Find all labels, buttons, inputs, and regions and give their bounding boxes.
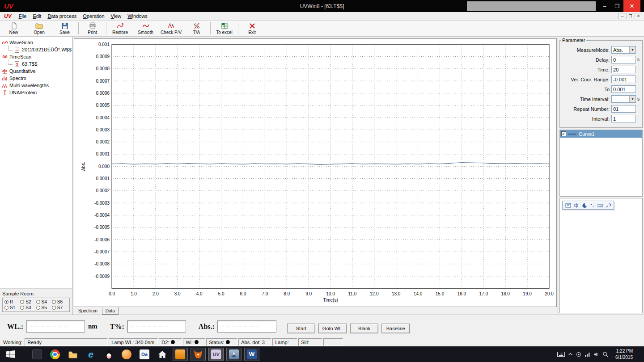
tray-badge-icon[interactable]: [576, 352, 581, 357]
ime-mode-icon[interactable]: [565, 202, 571, 208]
tab-data[interactable]: Data: [102, 307, 119, 315]
smooth-label: Smooth: [138, 30, 153, 35]
menu-item-file[interactable]: File: [16, 13, 30, 19]
exit-button[interactable]: Exit: [239, 21, 265, 36]
search-tray-icon[interactable]: [602, 351, 608, 357]
print-button[interactable]: Print: [80, 21, 105, 36]
taskbar-app-dark[interactable]: [30, 348, 45, 361]
restore-button[interactable]: ❐: [611, 0, 623, 12]
sample-radio-s3[interactable]: S3: [20, 305, 36, 310]
volume-icon[interactable]: [593, 352, 599, 357]
tree-item-multi-wavelengths[interactable]: Multi-wavelengths: [1, 82, 72, 89]
taskbar-clock[interactable]: 1:22 PM 6/1/2015: [611, 348, 637, 360]
fullwidth-icon[interactable]: [581, 202, 587, 208]
radio-label: S4: [42, 299, 47, 304]
restore-button[interactable]: Restore: [107, 21, 133, 36]
baseline-button[interactable]: Baseline: [381, 324, 410, 333]
tree-item-dna-protein[interactable]: DNA/Protein: [1, 89, 72, 96]
soft-keyboard-icon[interactable]: [597, 202, 603, 208]
svg-text:0.0: 0.0: [109, 291, 115, 296]
tree-item-quantitative[interactable]: Quantitative: [1, 67, 72, 75]
ver-coor-range-input[interactable]: -0.001: [611, 76, 636, 83]
sample-radio-s7[interactable]: S7: [52, 305, 68, 310]
check-p-v-button[interactable]: Check P/V: [158, 21, 184, 36]
tree-item-20120321-w[interactable]: 20120321ÐÈÜÕ°.W$$: [1, 46, 72, 53]
time-interval-select[interactable]: ▼: [611, 95, 636, 103]
curve-checkbox[interactable]: ✓: [561, 131, 566, 136]
hidden-icons-chevron[interactable]: [568, 352, 573, 356]
sample-radio-s4[interactable]: S4: [36, 299, 52, 304]
t-a-button[interactable]: T/A: [184, 21, 209, 36]
menu-item-data-process[interactable]: Data process: [44, 13, 80, 19]
start-button[interactable]: Start: [287, 324, 315, 333]
tray-icons: [557, 351, 608, 357]
network-icon[interactable]: [585, 352, 590, 357]
tree-item-wavescan[interactable]: WaveScan: [1, 39, 72, 46]
goto-wl-button[interactable]: Goto WL.: [318, 324, 347, 333]
minimize-button[interactable]: –: [598, 0, 611, 12]
menu-item-view[interactable]: View: [108, 13, 125, 19]
tree-item-timescan[interactable]: 0:0TimeScan: [1, 53, 72, 60]
taskbar-ball[interactable]: [119, 348, 134, 361]
sample-radio-s1[interactable]: S1: [4, 305, 20, 310]
taskbar-photos[interactable]: [226, 348, 242, 361]
blank-button[interactable]: Blank: [350, 324, 378, 333]
taskbar-qq[interactable]: [101, 348, 116, 361]
start-button[interactable]: [0, 346, 21, 362]
to-excel-button[interactable]: To excel: [212, 21, 237, 36]
chevron-down-icon[interactable]: ▼: [629, 96, 636, 102]
param-row-interval: Interval:1: [561, 115, 641, 122]
menu-item-windows[interactable]: Windows: [124, 13, 151, 19]
repeat-number-input[interactable]: 01: [611, 105, 636, 113]
menu-uv-icon[interactable]: UV: [0, 13, 16, 19]
delay-input[interactable]: 0: [611, 56, 636, 63]
save-button[interactable]: Save: [52, 21, 77, 36]
sample-radio-s5[interactable]: S5: [36, 305, 52, 310]
close-button[interactable]: ✕: [623, 0, 640, 12]
punctuation-icon[interactable]: [589, 202, 595, 208]
interval-input[interactable]: 1: [611, 115, 636, 122]
mdi-restore-button[interactable]: ❐: [627, 13, 634, 19]
curve-row[interactable]: ✓ Curve1: [560, 130, 642, 138]
chevron-down-icon[interactable]: ▼: [629, 46, 636, 53]
status-bar: Working: ReadyLamp WL: 340.0nmD2:Wi:Stat…: [0, 338, 644, 346]
tree-item-label: Spectro: [9, 76, 26, 81]
tree-item-63-t[interactable]: 63.T$$: [1, 60, 72, 67]
smooth-button[interactable]: Smooth: [133, 21, 158, 36]
curve-list: ✓ Curve1: [559, 130, 643, 197]
status-text: D2:: [161, 340, 169, 345]
taskbar-word[interactable]: W: [244, 348, 259, 361]
taskbar-uvwin[interactable]: UV: [208, 348, 224, 361]
language-icon[interactable]: [573, 202, 579, 208]
svg-text:13.0: 13.0: [392, 291, 401, 296]
sample-radio-r[interactable]: R: [4, 299, 20, 304]
measuremode-select[interactable]: Abs.▼: [611, 46, 636, 54]
taskbar-orange-app[interactable]: [173, 348, 188, 361]
open-button[interactable]: Open: [26, 21, 52, 36]
tab-spectrum[interactable]: Spectrum: [75, 307, 101, 315]
taskbar-chrome[interactable]: [47, 348, 63, 361]
status-text: Ready: [27, 340, 42, 345]
tool-wrench-icon[interactable]: [605, 202, 611, 208]
taskbar-fox[interactable]: [191, 348, 206, 361]
taskbar-da[interactable]: Da: [137, 348, 152, 361]
chart-region: 0.0010.00090.00080.00070.00060.00050.000…: [72, 37, 558, 315]
menu-item-edit[interactable]: Edit: [30, 13, 44, 19]
sample-radio-s2[interactable]: S2: [20, 299, 36, 304]
tree-item-spectro[interactable]: Spectro: [1, 75, 72, 82]
svg-text:18.0: 18.0: [501, 291, 510, 296]
mdi-minimize-button[interactable]: –: [619, 13, 626, 19]
sample-room-label: Sample Room:: [2, 291, 70, 296]
svg-text:4.0: 4.0: [196, 291, 203, 296]
new-button[interactable]: New: [1, 21, 26, 36]
time-input[interactable]: 20: [611, 66, 636, 73]
taskbar-explorer[interactable]: [65, 348, 80, 361]
menu-item-operation[interactable]: Operation: [80, 13, 107, 19]
mdi-close-button[interactable]: ✕: [635, 13, 642, 19]
taskbar-ie[interactable]: e: [83, 348, 98, 361]
keyboard-tray-icon[interactable]: [557, 351, 565, 357]
taskbar-home[interactable]: [155, 348, 170, 361]
title-gray-strip: [467, 1, 596, 11]
sample-radio-s6[interactable]: S6: [52, 299, 68, 304]
to-input[interactable]: 0.001: [611, 85, 636, 93]
